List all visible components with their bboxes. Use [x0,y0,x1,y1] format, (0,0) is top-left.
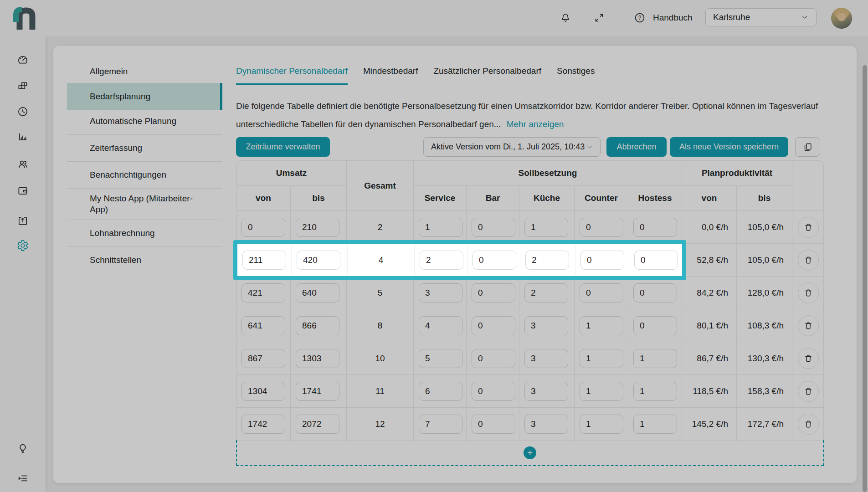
umsatz-bis-input[interactable]: 2072 [296,415,339,434]
kueche-input[interactable]: 3 [524,349,568,368]
cell-actions [792,342,824,374]
service-input[interactable]: 1 [419,218,462,237]
time-icon[interactable] [16,105,30,118]
counter-input[interactable]: 0 [580,283,623,302]
prod-bis-value-text: 105,0 €/h [748,255,784,265]
prod-von-value-text: 0,0 €/h [702,222,728,232]
delete-row-button[interactable] [798,250,819,271]
bar-input[interactable]: 0 [472,218,515,237]
service-input[interactable]: 7 [419,415,462,434]
cell-umsatz-von: 211 [237,244,291,276]
bar-input[interactable]: 0 [472,316,515,335]
hostess-input[interactable]: 1 [633,415,677,434]
delete-row-button[interactable] [798,381,819,402]
service-input[interactable]: 2 [420,251,463,270]
bar-input[interactable]: 0 [472,415,515,434]
kueche-input[interactable]: 3 [524,415,568,434]
service-input[interactable]: 5 [419,349,462,368]
umsatz-bis-input[interactable]: 1303 [296,349,339,368]
settings-menu-item[interactable]: Allgemein [67,60,222,83]
counter-input[interactable]: 1 [580,316,623,335]
delete-row-button[interactable] [798,315,819,336]
hostess-input[interactable]: 0 [633,316,677,335]
umsatz-von-input[interactable]: 1304 [241,382,285,401]
reports-icon[interactable] [16,130,30,144]
tab-mindestbedarf[interactable]: Mindestbedarf [363,66,418,85]
settings-menu-item[interactable]: Lohnabrechnung [67,222,222,245]
delete-row-button[interactable] [798,414,819,435]
modules-icon[interactable] [16,79,30,92]
employees-icon[interactable] [16,157,30,171]
counter-input[interactable]: 1 [580,349,623,368]
kueche-input[interactable]: 3 [524,382,568,401]
umsatz-von-input[interactable]: 0 [241,218,285,237]
umsatz-von-input[interactable]: 211 [242,251,286,270]
kueche-input[interactable]: 2 [524,283,568,302]
prod-bis-value-text: 128,0 €/h [748,288,784,298]
manage-periods-button[interactable]: Zeiträume verwalten [236,137,330,157]
settings-menu-item[interactable]: Benachrichtigungen [67,164,222,186]
settings-menu-item[interactable]: Bedarfsplanung [67,83,222,110]
idea-icon[interactable] [16,442,30,456]
settings-menu-item[interactable]: Zeiterfassung [67,137,222,159]
cancel-button[interactable]: Abbrechen [606,137,667,157]
umsatz-bis-input[interactable]: 210 [296,218,339,237]
umsatz-bis-input[interactable]: 1741 [296,382,339,401]
service-input[interactable]: 4 [419,316,462,335]
bar-input[interactable]: 0 [472,283,515,302]
fullscreen-icon[interactable] [591,9,608,26]
delete-row-button[interactable] [798,348,819,369]
tab-sonstiges[interactable]: Sonstiges [557,66,595,85]
bar-input[interactable]: 0 [473,251,516,270]
counter-input[interactable]: 1 [580,415,623,434]
version-select[interactable]: Aktive Version vom Di., 1. Juli 2025, 10… [423,137,601,157]
export-icon[interactable] [16,214,30,228]
collapse-menu-icon[interactable] [16,472,30,485]
service-input[interactable]: 3 [419,283,462,302]
delete-row-button[interactable] [798,217,819,238]
settings-icon[interactable] [16,239,30,252]
kueche-input[interactable]: 1 [524,218,568,237]
hostess-input[interactable]: 1 [633,349,677,368]
settings-menu-item[interactable]: Automatische Planung [67,110,222,133]
umsatz-bis-input[interactable]: 420 [297,251,340,270]
tab-zus-tzlicher-personalbedarf[interactable]: Zusätzlicher Personalbedarf [433,66,541,85]
location-select[interactable]: Karlsruhe [705,8,817,26]
kueche-input[interactable]: 2 [525,251,569,270]
counter-input[interactable]: 0 [580,218,623,237]
hostess-input[interactable]: 0 [634,251,678,270]
prod-von-value: 52,8 €/h [682,244,736,276]
settings-menu-item[interactable]: My Nesto App (Mitarbeiter-App) [67,190,222,218]
prod-von-value-text: 52,8 €/h [697,255,728,265]
show-more-link[interactable]: Mehr anzeigen [507,119,564,129]
umsatz-von-input[interactable]: 1742 [241,415,285,434]
user-avatar[interactable] [831,8,852,29]
hostess-input[interactable]: 1 [633,382,677,401]
copy-table-button[interactable] [795,137,820,157]
umsatz-bis-input[interactable]: 640 [296,283,339,302]
service-input[interactable]: 6 [419,382,462,401]
hostess-input[interactable]: 0 [633,218,677,237]
wallet-icon[interactable] [16,184,30,198]
bell-icon[interactable] [557,9,574,26]
prod-von-value: 0,0 €/h [682,211,736,243]
hostess-input[interactable]: 0 [633,283,677,302]
umsatz-von-input[interactable]: 867 [241,349,285,368]
kueche-input[interactable]: 3 [524,316,568,335]
cell-umsatz-bis: 210 [290,211,346,243]
handbuch-button[interactable]: ? Handbuch [631,9,693,26]
counter-input[interactable]: 1 [580,382,623,401]
vertical-scrollbar[interactable] [863,65,867,492]
umsatz-von-input[interactable]: 641 [241,316,285,335]
counter-input[interactable]: 0 [580,251,624,270]
dashboard-icon[interactable] [16,53,30,67]
delete-row-button[interactable] [798,282,819,303]
bar-input[interactable]: 0 [472,349,515,368]
umsatz-von-input[interactable]: 421 [241,283,285,302]
umsatz-bis-input[interactable]: 866 [296,316,339,335]
bar-input[interactable]: 0 [472,382,515,401]
save-version-button[interactable]: Als neue Version speichern [670,137,788,157]
tab-dynamischer-personalbedarf[interactable]: Dynamischer Personalbedarf [236,66,348,85]
add-row-button[interactable]: + [524,446,536,459]
settings-menu-item[interactable]: Schnittstellen [67,249,222,272]
